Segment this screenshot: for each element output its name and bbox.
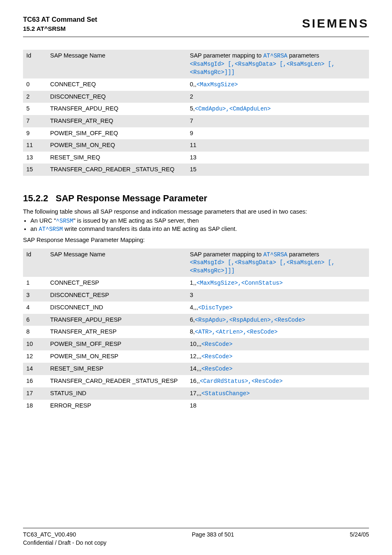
table-row: 10POWER_SIM_OFF_RESP10,,,<ResCode> <box>23 338 369 350</box>
cell-mapping: 6,<RspApdu>,<RspApduLen>,<ResCode> <box>187 314 369 326</box>
divider <box>23 36 369 37</box>
page-header: TC63 AT Command Set 15.2 AT^SRSM SIEMENS <box>23 15 369 33</box>
response-table: Id SAP Message Name SAP parameter mappin… <box>23 249 369 412</box>
cell-id: 15 <box>23 164 47 176</box>
cell-name: DISCONNECT_IND <box>47 302 187 314</box>
cell-name: CONNECT_REQ <box>47 78 187 91</box>
col-id: Id <box>23 50 47 78</box>
col-name: SAP Message Name <box>47 249 187 277</box>
cell-mapping: 8,<ATR>,<AtrLen>,<ResCode> <box>187 326 369 338</box>
cell-mapping: 0,,<MaxMsgSize> <box>187 78 369 91</box>
col-mapping: SAP parameter mapping to AT^SRSA paramet… <box>187 50 369 78</box>
cell-id: 17 <box>23 387 47 400</box>
cell-id: 16 <box>23 375 47 387</box>
cell-name: TRANSFER_ATR_RESP <box>47 326 187 338</box>
cell-name: POWER_SIM_OFF_REQ <box>47 127 187 140</box>
cell-id: 9 <box>23 127 47 140</box>
cell-name: TRANSFER_APDU_RESP <box>47 314 187 326</box>
footer-note: Confidential / Draft - Do not copy <box>23 539 369 546</box>
col-id: Id <box>23 249 47 277</box>
cell-id: 0 <box>23 78 47 91</box>
cell-mapping: 15 <box>187 164 369 176</box>
table-row: 17STATUS_IND17,,,<StatusChange> <box>23 387 369 400</box>
cell-name: STATUS_IND <box>47 387 187 400</box>
cell-id: 11 <box>23 139 47 152</box>
cell-id: 14 <box>23 363 47 375</box>
doc-subtitle: 15.2 AT^SRSM <box>23 24 97 33</box>
cell-id: 2 <box>23 91 47 103</box>
cell-name: DISCONNECT_RESP <box>47 289 187 302</box>
cell-name: POWER_SIM_ON_RESP <box>47 350 187 363</box>
cell-id: 1 <box>23 277 47 289</box>
cell-mapping: 13 <box>187 152 369 164</box>
cell-id: 3 <box>23 289 47 302</box>
cell-mapping: 3 <box>187 289 369 302</box>
table-row: 8TRANSFER_ATR_RESP8,<ATR>,<AtrLen>,<ResC… <box>23 326 369 338</box>
cell-id: 7 <box>23 115 47 127</box>
cell-mapping: 7 <box>187 115 369 127</box>
table-row: 18ERROR_RESP18 <box>23 400 369 412</box>
cell-name: TRANSFER_APDU_REQ <box>47 103 187 115</box>
cell-id: 18 <box>23 400 47 412</box>
cell-name: POWER_SIM_OFF_RESP <box>47 338 187 350</box>
cell-mapping: 14,,,<ResCode> <box>187 363 369 375</box>
cell-name: CONNECT_RESP <box>47 277 187 289</box>
cell-mapping: 4,,,<DiscType> <box>187 302 369 314</box>
table-row: 0CONNECT_REQ0,,<MaxMsgSize> <box>23 78 369 91</box>
cell-name: POWER_SIM_ON_REQ <box>47 139 187 152</box>
request-table: Id SAP Message Name SAP parameter mappin… <box>23 50 369 176</box>
cell-id: 6 <box>23 314 47 326</box>
cell-mapping: 11 <box>187 139 369 152</box>
table-row: 9POWER_SIM_OFF_REQ9 <box>23 127 369 140</box>
cell-mapping: 12,,,<ResCode> <box>187 350 369 363</box>
section-intro: The following table shows all SAP respon… <box>23 209 369 215</box>
cell-id: 12 <box>23 350 47 363</box>
footer-center: Page 383 of 501 <box>192 531 234 538</box>
cell-name: RESET_SIM_RESP <box>47 363 187 375</box>
section-heading: 15.2.2 SAP Response Message Parameter <box>23 193 369 204</box>
cell-id: 8 <box>23 326 47 338</box>
col-name: SAP Message Name <box>47 50 187 78</box>
cell-id: 13 <box>23 152 47 164</box>
cell-mapping: 18 <box>187 400 369 412</box>
cell-id: 5 <box>23 103 47 115</box>
cell-mapping: 16,,<CardRdStatus>,<ResCode> <box>187 375 369 387</box>
brand-logo: SIEMENS <box>302 15 369 30</box>
page-footer: TC63_ATC_V00.490 Page 383 of 501 5/24/05… <box>23 527 369 546</box>
table-row: 11POWER_SIM_ON_REQ11 <box>23 139 369 152</box>
cell-name: TRANSFER_ATR_REQ <box>47 115 187 127</box>
cell-name: TRANSFER_CARD_READER _STATUS_RESP <box>47 375 187 387</box>
cell-mapping: 1,,<MaxMsgSize>,<ConnStatus> <box>187 277 369 289</box>
cell-name: RESET_SIM_REQ <box>47 152 187 164</box>
footer-right: 5/24/05 <box>350 531 369 538</box>
table-row: 2DISCONNECT_REQ2 <box>23 91 369 103</box>
cell-id: 4 <box>23 302 47 314</box>
table-row: 4DISCONNECT_IND4,,,<DiscType> <box>23 302 369 314</box>
table-row: 12POWER_SIM_ON_RESP12,,,<ResCode> <box>23 350 369 363</box>
table-row: 7TRANSFER_ATR_REQ7 <box>23 115 369 127</box>
table-row: 16TRANSFER_CARD_READER _STATUS_RESP16,,<… <box>23 375 369 387</box>
cell-name: ERROR_RESP <box>47 400 187 412</box>
table-row: 5TRANSFER_APDU_REQ5,<CmdApdu>,<CmdApduLe… <box>23 103 369 115</box>
bullet-list: An URC "^SRSM" is issued by an ME acting… <box>23 218 369 233</box>
cell-id: 10 <box>23 338 47 350</box>
table-row: 6TRANSFER_APDU_RESP6,<RspApdu>,<RspApduL… <box>23 314 369 326</box>
cell-name: TRANSFER_CARD_READER _STATUS_REQ <box>47 164 187 176</box>
cell-mapping: 17,,,<StatusChange> <box>187 387 369 400</box>
mapping-label: SAP Response Message Parameter Mapping: <box>23 237 369 244</box>
cell-mapping: 9 <box>187 127 369 140</box>
cell-mapping: 2 <box>187 91 369 103</box>
table-row: 1CONNECT_RESP1,,<MaxMsgSize>,<ConnStatus… <box>23 277 369 289</box>
table-row: 14RESET_SIM_RESP14,,,<ResCode> <box>23 363 369 375</box>
list-item: An URC "^SRSM" is issued by an ME acting… <box>30 218 369 224</box>
col-mapping: SAP parameter mapping to AT^SRSA paramet… <box>187 249 369 277</box>
table-row: 13RESET_SIM_REQ13 <box>23 152 369 164</box>
cell-mapping: 5,<CmdApdu>,<CmdApduLen> <box>187 103 369 115</box>
table-row: 15TRANSFER_CARD_READER _STATUS_REQ15 <box>23 164 369 176</box>
footer-left: TC63_ATC_V00.490 <box>23 531 76 538</box>
list-item: an AT^SRSM write command transfers its d… <box>30 226 369 233</box>
table-row: 3DISCONNECT_RESP3 <box>23 289 369 302</box>
cell-name: DISCONNECT_REQ <box>47 91 187 103</box>
cell-mapping: 10,,,<ResCode> <box>187 338 369 350</box>
doc-title: TC63 AT Command Set <box>23 15 97 24</box>
